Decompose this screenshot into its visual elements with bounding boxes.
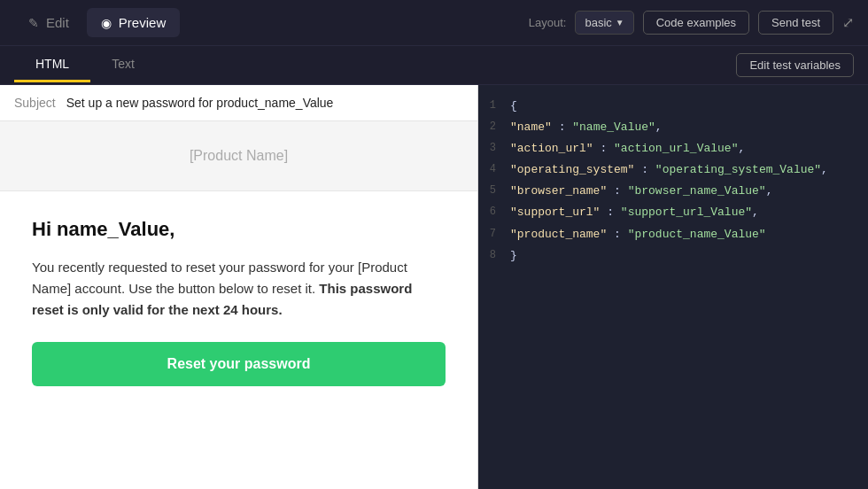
json-comma: , [766,184,773,198]
json-comma: , [655,120,663,134]
email-preview-panel: Subject Set up a new password for produc… [0,85,478,489]
nav-right: Layout: basic ▼ Code examples Send test … [529,11,854,35]
json-line: 1{ [478,96,868,117]
nav-tabs: ✎ Edit ◉ Preview [14,8,180,37]
json-key: "support_url" [510,206,600,219]
json-string: "support_url_Value" [621,206,752,219]
email-greeting: Hi name_Value, [32,218,446,241]
json-colon: : [641,163,655,176]
layout-value: basic [585,16,611,29]
json-line: 6 "support_url" : "support_url_Value", [478,202,868,223]
json-key: "name" [510,120,552,134]
line-content: "support_url" : "support_url_Value", [510,203,868,222]
json-colon: : [600,142,614,155]
layout-label: Layout: [529,16,567,29]
html-tab[interactable]: HTML [14,48,90,82]
line-content: "operating_system" : "operating_system_V… [510,160,868,180]
json-string: "product_name_Value" [628,228,766,241]
json-colon: : [614,228,628,241]
code-examples-button[interactable]: Code examples [643,11,749,35]
line-number: 3 [478,139,510,157]
email-body: Hi name_Value, You recently requested to… [0,191,477,413]
json-string: "operating_system_Value" [655,163,821,176]
line-number: 1 [478,97,510,114]
text-tab[interactable]: Text [90,48,156,82]
edit-tab[interactable]: ✎ Edit [14,8,83,37]
json-line: 2 "name" : "name_Value", [478,117,868,138]
reset-password-button[interactable]: Reset your password [32,342,446,386]
email-body-text: You recently requested to reset your pas… [32,257,446,321]
main-area: Subject Set up a new password for produc… [0,85,868,489]
json-key: "product_name" [510,228,607,241]
json-line: 5 "browser_name" : "browser_name_Value", [478,181,868,202]
line-number: 5 [478,182,510,199]
json-key: "action_url" [510,142,593,155]
line-content: "product_name" : "product_name_Value" [510,225,868,244]
eye-icon: ◉ [101,16,112,30]
line-content: "name" : "name_Value", [510,118,868,137]
line-content: "action_url" : "action_url_Value", [510,139,868,159]
line-content: } [510,246,868,266]
json-colon: : [607,206,621,219]
json-colon: : [614,184,628,198]
line-number: 8 [478,246,510,264]
line-content: "browser_name" : "browser_name_Value", [510,182,868,201]
layout-select[interactable]: basic ▼ [575,11,633,35]
json-line: 4 "operating_system" : "operating_system… [478,159,868,181]
line-number: 7 [478,225,510,243]
line-number: 6 [478,203,510,221]
json-comma: , [738,142,745,155]
json-colon: : [559,120,573,134]
json-string: "name_Value" [572,120,655,134]
subject-label: Subject [14,96,56,110]
json-string: "action_url_Value" [614,142,738,155]
preview-tab-label: Preview [119,15,166,30]
top-nav: ✎ Edit ◉ Preview Layout: basic ▼ Code ex… [0,0,868,46]
product-name-placeholder: [Product Name] [190,148,288,163]
json-editor-panel[interactable]: 1{2 "name" : "name_Value", 3 "action_url… [478,85,868,489]
expand-icon[interactable]: ⤢ [842,14,854,31]
chevron-down-icon: ▼ [616,18,624,27]
json-string: "browser_name_Value" [628,184,766,198]
json-line: 3 "action_url" : "action_url_Value", [478,138,868,159]
json-line: 7 "product_name" : "product_name_Value" [478,224,868,245]
email-header-banner: [Product Name] [0,121,477,191]
json-line: 8} [478,245,868,267]
content-tab-bar: HTML Text Edit test variables [0,46,868,85]
line-number: 2 [478,118,510,136]
content-tabs: HTML Text [14,48,156,82]
subject-bar: Subject Set up a new password for produc… [0,85,477,121]
line-number: 4 [478,160,510,178]
preview-tab[interactable]: ◉ Preview [87,8,180,37]
send-test-button[interactable]: Send test [758,11,833,35]
edit-tab-label: Edit [46,15,69,30]
edit-icon: ✎ [28,16,39,30]
edit-test-variables-button[interactable]: Edit test variables [736,53,854,77]
json-key: "browser_name" [510,184,607,198]
line-content: { [510,97,868,116]
json-brace: } [510,249,517,262]
json-comma: , [752,206,759,219]
json-brace: { [510,99,517,113]
json-comma: , [821,163,828,176]
subject-text: Set up a new password for product_name_V… [66,96,334,110]
json-key: "operating_system" [510,163,634,176]
